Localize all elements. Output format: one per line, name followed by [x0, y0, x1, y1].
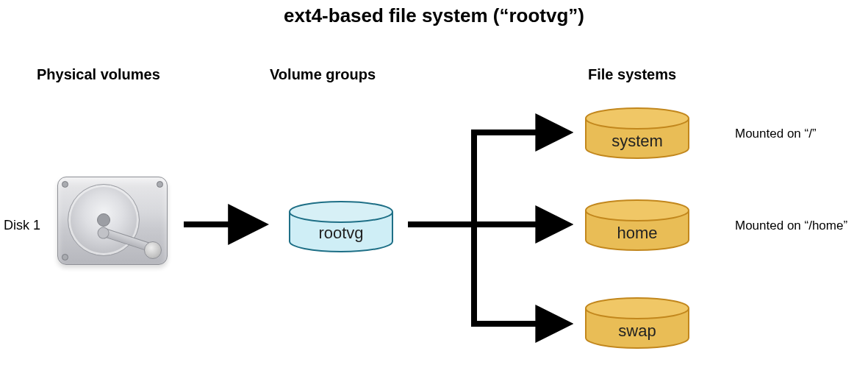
filesystem-label: home	[583, 224, 692, 243]
svg-point-15	[586, 108, 689, 129]
filesystem-label: swap	[583, 322, 692, 341]
volume-group-rootvg: rootvg	[287, 202, 395, 249]
filesystem-home: home	[583, 200, 692, 247]
volume-group-label: rootvg	[287, 224, 395, 243]
disk-label: Disk 1	[4, 218, 40, 233]
hard-disk-icon	[57, 177, 168, 265]
col-header-physical: Physical volumes	[37, 66, 160, 83]
diagram-stage: ext4-based file system (“rootvg”) Physic…	[0, 0, 868, 376]
svg-point-20	[586, 200, 689, 221]
col-header-fs: File systems	[588, 66, 676, 83]
arrow-disk-to-vg	[184, 213, 272, 235]
filesystem-caption-system: Mounted on “/”	[735, 127, 817, 141]
filesystem-system: system	[583, 108, 692, 155]
diagram-title: ext4-based file system (“rootvg”)	[0, 4, 868, 27]
filesystem-swap: swap	[583, 298, 692, 345]
svg-point-25	[586, 298, 689, 319]
filesystem-caption-home: Mounted on “/home”	[735, 219, 847, 233]
arrow-vg-to-filesystems	[408, 110, 584, 353]
col-header-groups: Volume groups	[270, 66, 376, 83]
filesystem-label: system	[583, 132, 692, 151]
svg-point-5	[290, 202, 392, 222]
